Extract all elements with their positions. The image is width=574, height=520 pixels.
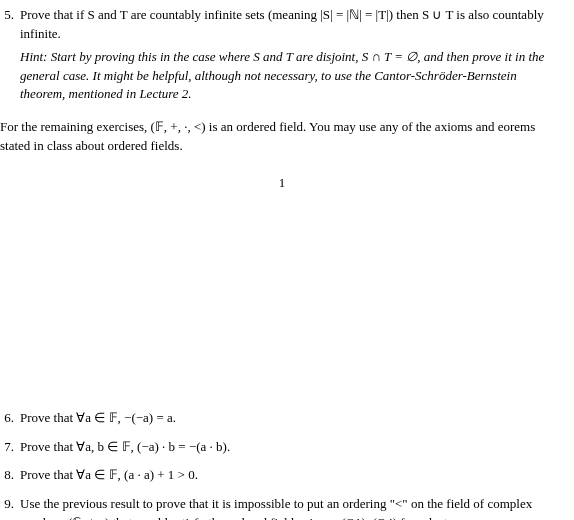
section-note: For the remaining exercises, (𝔽, +, ·, <… bbox=[0, 118, 564, 156]
problem-6: 6. Prove that ∀a ∈ 𝔽, −(−a) = a. bbox=[0, 409, 564, 428]
problem-text: Prove that ∀a, b ∈ 𝔽, (−a) · b = −(a · b… bbox=[20, 438, 564, 457]
problem-8: 8. Prove that ∀a ∈ 𝔽, (a · a) + 1 > 0. bbox=[0, 466, 564, 485]
problem-9: 9. Use the previous result to prove that… bbox=[0, 495, 564, 520]
problem-number: 9. bbox=[0, 495, 20, 520]
problem-text: Use the previous result to prove that it… bbox=[20, 495, 564, 520]
problem-text: Prove that ∀a ∈ 𝔽, (a · a) + 1 > 0. bbox=[20, 466, 564, 485]
problem-number: 6. bbox=[0, 409, 20, 428]
problem-text: Prove that if S and T are countably infi… bbox=[20, 6, 564, 44]
problem-item: 7. Prove that ∀a, b ∈ 𝔽, (−a) · b = −(a … bbox=[0, 438, 564, 457]
problem-7: 7. Prove that ∀a, b ∈ 𝔽, (−a) · b = −(a … bbox=[0, 438, 564, 457]
problem-item: 9. Use the previous result to prove that… bbox=[0, 495, 564, 520]
problem-number: 7. bbox=[0, 438, 20, 457]
page-number: 1 bbox=[0, 174, 564, 193]
problem-number: 5. bbox=[0, 6, 20, 104]
problem-item: 8. Prove that ∀a ∈ 𝔽, (a · a) + 1 > 0. bbox=[0, 466, 564, 485]
problem-item: 5. Prove that if S and T are countably i… bbox=[0, 6, 564, 104]
problem-text: Prove that ∀a ∈ 𝔽, −(−a) = a. bbox=[20, 409, 564, 428]
problem-5: 5. Prove that if S and T are countably i… bbox=[0, 6, 564, 104]
blank-space bbox=[0, 211, 564, 409]
problem-body: Prove that if S and T are countably infi… bbox=[20, 6, 564, 104]
problem-number: 8. bbox=[0, 466, 20, 485]
problem-hint: Hint: Start by proving this in the case … bbox=[20, 48, 564, 105]
problem-item: 6. Prove that ∀a ∈ 𝔽, −(−a) = a. bbox=[0, 409, 564, 428]
